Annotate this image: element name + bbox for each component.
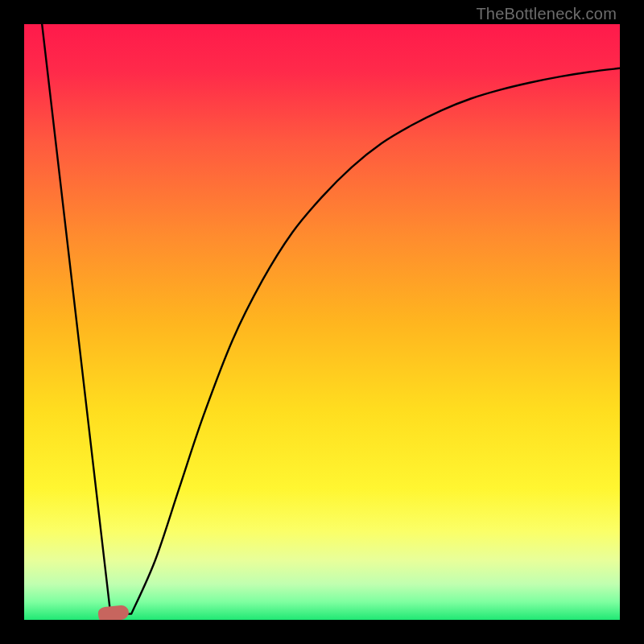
plot-area (24, 24, 620, 620)
bottleneck-curve (24, 24, 620, 620)
curve-minimum-marker (97, 605, 130, 620)
chart-frame: TheBottleneck.com (0, 0, 644, 644)
attribution-text: TheBottleneck.com (476, 5, 617, 23)
